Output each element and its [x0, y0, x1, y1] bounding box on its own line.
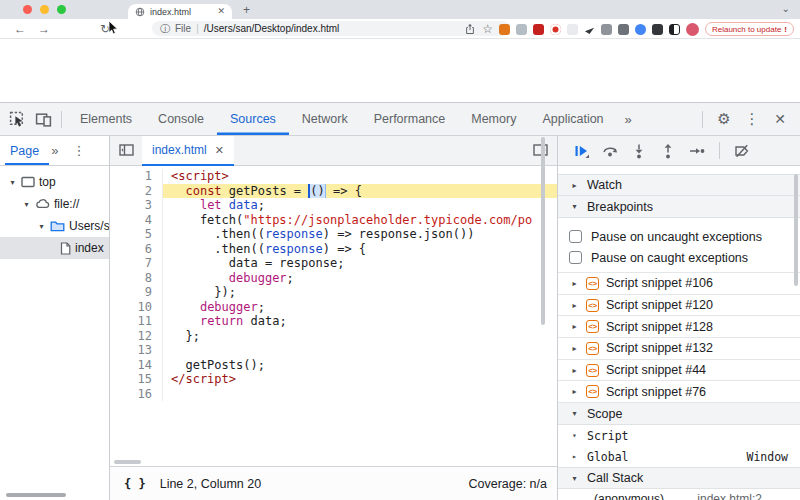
- expander-icon[interactable]: ▸: [570, 344, 579, 353]
- scope-script-row[interactable]: ▾ Script: [558, 425, 800, 446]
- code-text[interactable]: <script>: [162, 169, 557, 184]
- line-number[interactable]: 13: [110, 343, 162, 358]
- step-into-icon[interactable]: [631, 143, 647, 159]
- expander-icon[interactable]: ▸: [570, 387, 579, 396]
- expander-icon[interactable]: ▾: [570, 409, 579, 418]
- maximize-window-button[interactable]: [57, 5, 66, 14]
- step-icon[interactable]: [689, 143, 705, 159]
- extension-icon[interactable]: [601, 24, 612, 35]
- line-number[interactable]: 1: [110, 169, 162, 184]
- extension-icon[interactable]: [567, 24, 578, 35]
- line-number[interactable]: 11: [110, 314, 162, 329]
- tab-close-icon[interactable]: ✕: [217, 7, 225, 16]
- editor-vertical-scrollbar[interactable]: [541, 137, 545, 325]
- collapse-navigator-icon[interactable]: [118, 142, 135, 162]
- code-text[interactable]: .then((response) => response.json()): [162, 227, 557, 242]
- extension-icon[interactable]: [669, 24, 680, 35]
- line-number[interactable]: 14: [110, 358, 162, 373]
- editor-tab-index-html[interactable]: index.html ✕: [142, 136, 234, 166]
- script-snippet-group[interactable]: ▸<>Script snippet #120: [558, 295, 800, 317]
- url-bar[interactable]: ⓘ File | /Users/san/Desktop/index.html: [152, 21, 510, 36]
- checkbox[interactable]: [569, 251, 582, 264]
- profile-avatar[interactable]: [686, 23, 699, 36]
- script-snippet-group[interactable]: ▸<>Script snippet #44: [558, 360, 800, 382]
- line-number[interactable]: 10: [110, 300, 162, 315]
- tree-item-users-folder[interactable]: ▾ Users/s: [0, 215, 109, 237]
- expander-icon[interactable]: ▾: [570, 474, 579, 483]
- line-number[interactable]: 9: [110, 285, 162, 300]
- extension-icon[interactable]: [652, 24, 663, 35]
- code-text[interactable]: const getPosts = () => {: [162, 184, 557, 199]
- line-number[interactable]: 8: [110, 271, 162, 286]
- code-text[interactable]: let data;: [162, 198, 557, 213]
- pretty-print-icon[interactable]: { }: [124, 477, 146, 491]
- section-breakpoints[interactable]: ▾ Breakpoints: [558, 196, 800, 218]
- step-over-icon[interactable]: [602, 143, 618, 159]
- step-out-icon[interactable]: [660, 143, 676, 159]
- tab-memory[interactable]: Memory: [458, 103, 529, 135]
- expander-icon[interactable]: ▸: [570, 452, 579, 461]
- code-text[interactable]: debugger;: [162, 300, 557, 315]
- code-text[interactable]: });: [162, 285, 557, 300]
- code-text[interactable]: };: [162, 329, 557, 344]
- line-number[interactable]: 2: [110, 184, 162, 199]
- forward-button[interactable]: →: [38, 21, 50, 37]
- section-call-stack[interactable]: ▾ Call Stack: [558, 467, 800, 489]
- expander-icon[interactable]: ▸: [570, 366, 579, 375]
- line-number[interactable]: 16: [110, 387, 162, 402]
- expander-icon[interactable]: ▾: [8, 178, 17, 187]
- tree-item-file-protocol[interactable]: ▾ file://: [0, 193, 109, 215]
- section-watch[interactable]: ▸ Watch: [558, 174, 800, 196]
- device-toolbar-icon[interactable]: [30, 106, 56, 132]
- script-snippet-group[interactable]: ▸<>Script snippet #128: [558, 316, 800, 338]
- script-snippet-group[interactable]: ▸<>Script snippet #106: [558, 273, 800, 295]
- debugger-sidebar-scrollbar[interactable]: [794, 174, 798, 286]
- devtools-close-icon[interactable]: ✕: [768, 111, 792, 127]
- code-text[interactable]: getPosts();: [162, 358, 557, 373]
- line-number[interactable]: 4: [110, 213, 162, 228]
- code-text[interactable]: debugger;: [162, 271, 557, 286]
- inspect-element-icon[interactable]: [4, 106, 30, 132]
- extension-icon[interactable]: [499, 24, 510, 35]
- line-number[interactable]: 7: [110, 256, 162, 271]
- extension-icon[interactable]: [618, 24, 629, 35]
- tab-console[interactable]: Console: [145, 103, 217, 135]
- extension-icon[interactable]: [533, 24, 544, 35]
- tab-performance[interactable]: Performance: [361, 103, 459, 135]
- url-path[interactable]: /Users/san/Desktop/index.html: [204, 23, 340, 34]
- close-window-button[interactable]: [23, 5, 32, 14]
- navigator-menu-kebab-icon[interactable]: ⋮: [72, 143, 85, 158]
- scope-global-row[interactable]: ▸ Global Window: [558, 446, 800, 467]
- browser-tab[interactable]: index.html ✕: [128, 4, 232, 19]
- share-icon[interactable]: [464, 23, 476, 35]
- script-snippet-group[interactable]: ▸<>Script snippet #76: [558, 381, 800, 403]
- call-stack-frame[interactable]: (anonymous) index.html:2: [558, 489, 800, 500]
- script-snippet-group[interactable]: ▸<>Script snippet #132: [558, 338, 800, 360]
- new-tab-button[interactable]: +: [243, 3, 250, 17]
- editor-tab-close-icon[interactable]: ✕: [215, 144, 224, 157]
- extension-icon[interactable]: [584, 24, 595, 35]
- resume-script-icon[interactable]: [573, 143, 589, 159]
- expander-icon[interactable]: ▸: [570, 181, 579, 190]
- settings-gear-icon[interactable]: ⚙: [712, 110, 736, 128]
- expander-icon[interactable]: ▾: [570, 431, 579, 440]
- minimize-window-button[interactable]: [40, 5, 49, 14]
- code-text[interactable]: return data;: [162, 314, 557, 329]
- code-text[interactable]: </script>: [162, 372, 557, 387]
- back-button[interactable]: ←: [14, 21, 26, 37]
- checkbox[interactable]: [569, 230, 582, 243]
- site-info-icon[interactable]: ⓘ: [160, 22, 170, 36]
- code-text[interactable]: data = response;: [162, 256, 557, 271]
- expander-icon[interactable]: ▾: [37, 222, 46, 231]
- tab-application[interactable]: Application: [529, 103, 616, 135]
- code-text[interactable]: [162, 343, 557, 358]
- editor-horizontal-scrollbar[interactable]: [114, 460, 141, 464]
- extension-icon[interactable]: [635, 24, 646, 35]
- tab-elements[interactable]: Elements: [67, 103, 145, 135]
- tab-network[interactable]: Network: [289, 103, 361, 135]
- tree-item-top[interactable]: ▾ top: [0, 171, 109, 193]
- extension-icon[interactable]: [550, 24, 561, 35]
- line-number[interactable]: 6: [110, 242, 162, 257]
- more-panels-button[interactable]: »: [617, 112, 640, 127]
- expander-icon[interactable]: ▾: [22, 200, 31, 209]
